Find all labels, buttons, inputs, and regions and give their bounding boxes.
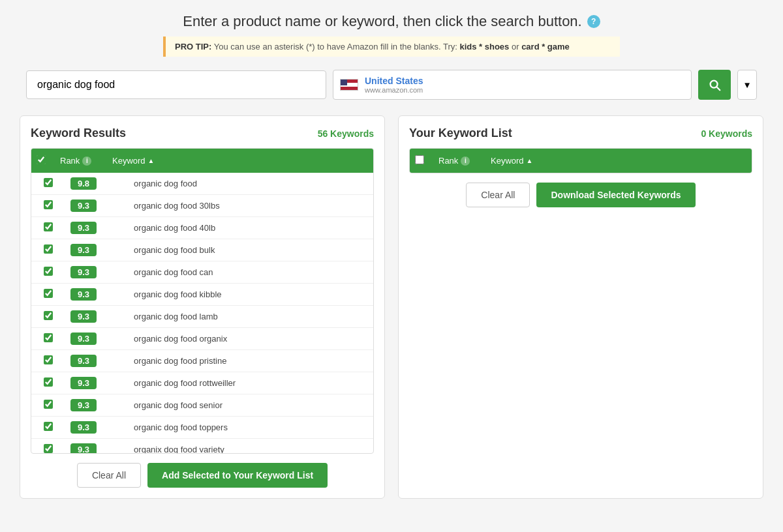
table-row: 9.3 organic dog food toppers: [31, 417, 373, 439]
pro-tip-example1: kids * shoes: [459, 42, 509, 52]
keyword-cell: organic dog food senior: [129, 394, 373, 417]
row-checkbox-cell[interactable]: [31, 328, 65, 350]
keyword-cell: organic dog food can: [129, 261, 373, 284]
add-selected-button[interactable]: Add Selected to Your Keyword List: [147, 463, 328, 488]
rank-badge: 9.8: [70, 177, 97, 190]
search-button[interactable]: [698, 70, 731, 100]
keyword-results-tbody: 9.8 organic dog food 9.3 organic dog foo…: [31, 173, 373, 453]
keyword-results-count: 56 Keywords: [318, 128, 374, 139]
search-input[interactable]: [26, 70, 326, 99]
table-row: 9.3 organic dog food organix: [31, 328, 373, 350]
country-dropdown-button[interactable]: ▼: [737, 70, 757, 100]
help-icon[interactable]: ?: [587, 15, 600, 28]
row-checkbox[interactable]: [44, 244, 53, 254]
pro-tip-banner: PRO TIP: You can use an asterisk (*) to …: [163, 37, 620, 57]
table-row: 9.3 organix dog food variety: [31, 439, 373, 454]
page-title: Enter a product name or keyword, then cl…: [183, 13, 600, 30]
right-select-all-checkbox[interactable]: [415, 155, 424, 164]
table-row: 9.3 organic dog food bulk: [31, 239, 373, 261]
row-checkbox-cell[interactable]: [31, 350, 65, 372]
keyword-results-header: Keyword Results 56 Keywords: [31, 126, 374, 140]
clear-all-left-button[interactable]: Clear All: [77, 463, 141, 488]
keyword-results-title: Keyword Results: [31, 126, 126, 140]
rank-cell: 9.8: [65, 173, 129, 195]
rank-badge: 9.3: [70, 288, 97, 301]
rank-badge: 9.3: [70, 355, 97, 367]
country-select[interactable]: United States www.amazon.com: [333, 70, 692, 100]
select-all-checkbox[interactable]: [37, 155, 46, 164]
row-checkbox-cell[interactable]: [31, 306, 65, 328]
right-rank-col-header[interactable]: Rank i: [433, 149, 485, 173]
row-checkbox[interactable]: [44, 200, 53, 209]
rank-cell: 9.3: [65, 195, 129, 217]
main-content: Keyword Results 56 Keywords Rank: [20, 115, 763, 499]
rank-cell: 9.3: [65, 217, 129, 239]
keyword-cell: organic dog food 30lbs: [129, 195, 373, 217]
row-checkbox[interactable]: [44, 311, 53, 320]
row-checkbox-cell[interactable]: [31, 417, 65, 439]
rank-col-header[interactable]: Rank i: [55, 149, 107, 173]
row-checkbox-cell[interactable]: [31, 284, 65, 306]
table-row: 9.3 organic dog food can: [31, 261, 373, 284]
search-section: United States www.amazon.com ▼: [20, 70, 763, 100]
keyword-cell: organic dog food 40lb: [129, 217, 373, 239]
row-checkbox-cell[interactable]: [31, 173, 65, 195]
keyword-list-header-row: Rank i Keyword ▲: [410, 149, 752, 173]
table-row: 9.3 organic dog food kibble: [31, 284, 373, 306]
row-checkbox[interactable]: [44, 289, 53, 298]
chevron-down-icon: ▼: [743, 80, 751, 90]
keyword-cell: organic dog food toppers: [129, 417, 373, 439]
row-checkbox[interactable]: [44, 444, 53, 453]
row-checkbox[interactable]: [44, 267, 53, 276]
row-checkbox-cell[interactable]: [31, 439, 65, 454]
keyword-cell: organic dog food rottweiller: [129, 372, 373, 394]
keyword-results-scroll[interactable]: 9.8 organic dog food 9.3 organic dog foo…: [31, 173, 373, 453]
rank-badge: 9.3: [70, 244, 97, 256]
row-checkbox[interactable]: [44, 422, 53, 431]
country-name: United States: [365, 76, 684, 86]
keyword-results-panel: Keyword Results 56 Keywords Rank: [20, 115, 385, 499]
right-keyword-col-header[interactable]: Keyword ▲: [485, 149, 752, 173]
keyword-list-panel: Your Keyword List 0 Keywords Rank: [398, 115, 763, 499]
keyword-results-table: Rank i Keyword ▲: [31, 149, 373, 173]
keyword-list-title: Your Keyword List: [409, 126, 512, 140]
country-info: United States www.amazon.com: [365, 76, 684, 94]
download-button[interactable]: Download Selected Keywords: [536, 183, 695, 207]
rank-cell: 9.3: [65, 372, 129, 394]
row-checkbox-cell[interactable]: [31, 261, 65, 284]
us-flag-icon: [340, 79, 358, 91]
keyword-cell: organix dog food variety: [129, 439, 373, 454]
rank-cell: 9.3: [65, 328, 129, 350]
keyword-results-table-wrapper: Rank i Keyword ▲: [31, 148, 374, 454]
keyword-col-header[interactable]: Keyword ▲: [107, 149, 373, 173]
keyword-cell: organic dog food: [129, 173, 373, 195]
rank-cell: 9.3: [65, 417, 129, 439]
row-checkbox-cell[interactable]: [31, 195, 65, 217]
search-icon: [707, 78, 722, 92]
row-checkbox[interactable]: [44, 333, 53, 342]
keyword-list-table: Rank i Keyword ▲: [410, 149, 752, 173]
keyword-cell: organic dog food pristine: [129, 350, 373, 372]
row-checkbox-cell[interactable]: [31, 217, 65, 239]
select-all-col[interactable]: [31, 149, 55, 173]
row-checkbox[interactable]: [44, 178, 53, 187]
keyword-list-thead: Rank i Keyword ▲: [410, 149, 752, 173]
row-checkbox[interactable]: [44, 377, 53, 387]
clear-all-right-button[interactable]: Clear All: [466, 183, 530, 207]
rank-badge: 9.3: [70, 421, 97, 434]
row-checkbox-cell[interactable]: [31, 239, 65, 261]
row-checkbox-cell[interactable]: [31, 372, 65, 394]
rank-badge: 9.3: [70, 443, 97, 453]
rank-cell: 9.3: [65, 306, 129, 328]
right-select-all-col[interactable]: [410, 149, 433, 173]
keyword-results-body-table: 9.8 organic dog food 9.3 organic dog foo…: [31, 173, 373, 453]
row-checkbox-cell[interactable]: [31, 394, 65, 417]
row-checkbox[interactable]: [44, 355, 53, 364]
table-row: 9.3 organic dog food lamb: [31, 306, 373, 328]
keyword-list-header: Your Keyword List 0 Keywords: [409, 126, 752, 140]
rank-badge: 9.3: [70, 377, 97, 389]
pro-tip-text: You can use an asterisk (*) to have Amaz…: [214, 42, 460, 52]
table-row: 9.3 organic dog food rottweiller: [31, 372, 373, 394]
row-checkbox[interactable]: [44, 222, 53, 231]
row-checkbox[interactable]: [44, 400, 53, 409]
